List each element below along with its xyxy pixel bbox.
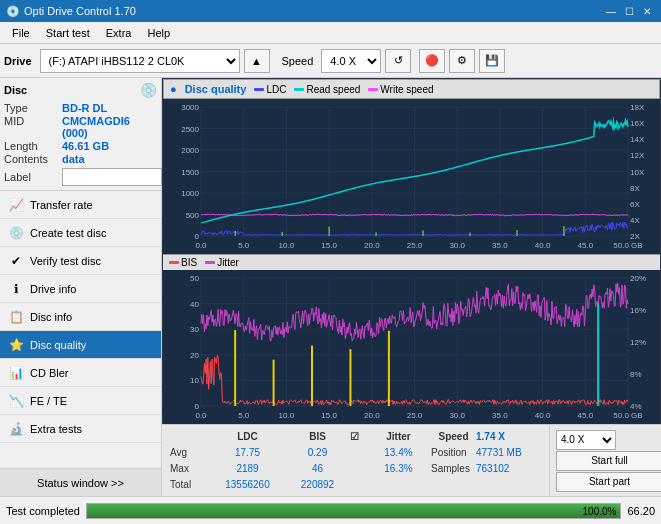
stats-total-row: Total 13556260 220892 xyxy=(170,479,541,490)
legend-bis: BIS xyxy=(169,257,197,268)
disc-panel-title: Disc xyxy=(4,84,27,96)
stats-col-empty xyxy=(170,431,210,442)
sidebar-item-disc-quality[interactable]: ⭐ Disc quality xyxy=(0,331,161,359)
stats-speed-select[interactable]: 4.0 X xyxy=(556,430,616,450)
speed-label: Speed xyxy=(282,55,314,67)
sidebar-item-label: Disc quality xyxy=(30,339,86,351)
menu-bar: File Start test Extra Help xyxy=(0,22,661,44)
create-test-disc-icon: 💿 xyxy=(8,225,24,241)
menu-file[interactable]: File xyxy=(4,25,38,41)
disc-type-row: Type BD-R DL xyxy=(4,102,157,114)
legend-read-speed-label: Read speed xyxy=(306,84,360,95)
legend-ldc: LDC xyxy=(254,84,286,95)
legend-jitter-dot xyxy=(205,261,215,264)
sidebar-item-label: Drive info xyxy=(30,283,76,295)
transfer-rate-icon: 📈 xyxy=(8,197,24,213)
progress-percent: 100.0% xyxy=(583,505,617,516)
charts-area: BIS Jitter xyxy=(163,99,660,424)
sidebar-item-create-test-disc[interactable]: 💿 Create test disc xyxy=(0,219,161,247)
chart2-canvas xyxy=(163,270,660,424)
chart1-canvas xyxy=(163,99,660,254)
sidebar-item-cd-bler[interactable]: 📊 CD Bler xyxy=(0,359,161,387)
disc-mid-value: CMCMAGDI6 (000) xyxy=(62,115,157,139)
progress-bar: 100.0% xyxy=(86,503,621,519)
status-text: Test completed xyxy=(6,505,80,517)
legend-bis-label: BIS xyxy=(181,257,197,268)
disc-label-row: Label ✎ xyxy=(4,168,157,186)
status-window-label: Status window >> xyxy=(37,477,124,489)
sidebar-item-label: Disc info xyxy=(30,311,72,323)
menu-help[interactable]: Help xyxy=(139,25,178,41)
stats-max-row: Max 2189 46 16.3% Samples 763102 xyxy=(170,463,541,474)
maximize-button[interactable]: ☐ xyxy=(621,3,637,19)
stats-col-speed-header: Speed xyxy=(431,431,476,442)
verify-test-disc-icon: ✔ xyxy=(8,253,24,269)
stats-col-speed-val: 1.74 X xyxy=(476,431,521,442)
disc-label-input[interactable] xyxy=(62,168,162,186)
disc-mid-label: MID xyxy=(4,115,62,139)
start-part-button[interactable]: Start part xyxy=(556,472,661,492)
stats-col-bis-header: BIS xyxy=(285,431,350,442)
legend-bis-dot xyxy=(169,261,179,264)
chart2-wrapper xyxy=(163,270,660,424)
stats-bar: LDC BIS ☑ Jitter Speed 1.74 X Avg 17.75 … xyxy=(162,424,661,496)
stats-col-checkbox: ☑ xyxy=(350,431,366,442)
disc-type-label: Type xyxy=(4,102,62,114)
sidebar-item-transfer-rate[interactable]: 📈 Transfer rate xyxy=(0,191,161,219)
close-button[interactable]: ✕ xyxy=(639,3,655,19)
legend-read-speed-dot xyxy=(294,88,304,91)
status-bar: Test completed 100.0% 66.20 xyxy=(0,496,661,524)
settings-button[interactable]: ⚙ xyxy=(449,49,475,73)
sidebar-item-verify-test-disc[interactable]: ✔ Verify test disc xyxy=(0,247,161,275)
sidebar-item-fe-te[interactable]: 📉 FE / TE xyxy=(0,387,161,415)
stats-avg-empty xyxy=(350,447,366,458)
legend-read-speed: Read speed xyxy=(294,84,360,95)
stats-max-jitter: 16.3% xyxy=(366,463,431,474)
speed-select[interactable]: 4.0 X xyxy=(321,49,381,73)
disc-length-row: Length 46.61 GB xyxy=(4,140,157,152)
save-button[interactable]: 💾 xyxy=(479,49,505,73)
disc-panel: Disc 💿 Type BD-R DL MID CMCMAGDI6 (000) … xyxy=(0,78,161,191)
fe-te-icon: 📉 xyxy=(8,393,24,409)
menu-extra[interactable]: Extra xyxy=(98,25,140,41)
sidebar-item-extra-tests[interactable]: 🔬 Extra tests xyxy=(0,415,161,443)
stats-avg-label: Avg xyxy=(170,447,210,458)
drive-select[interactable]: (F:) ATAPI iHBS112 2 CL0K xyxy=(40,49,240,73)
stats-header: LDC BIS ☑ Jitter Speed 1.74 X xyxy=(170,431,541,442)
sidebar: Disc 💿 Type BD-R DL MID CMCMAGDI6 (000) … xyxy=(0,78,162,496)
stats-col-jitter-header: Jitter xyxy=(366,431,431,442)
status-window-button[interactable]: Status window >> xyxy=(0,468,161,496)
cd-bler-icon: 📊 xyxy=(8,365,24,381)
quality-panel-header: ● Disc quality LDC Read speed Write spee… xyxy=(163,79,660,99)
disc-contents-row: Contents data xyxy=(4,153,157,165)
stats-col-ldc-header: LDC xyxy=(210,431,285,442)
sidebar-item-disc-info[interactable]: 📋 Disc info xyxy=(0,303,161,331)
stats-table: LDC BIS ☑ Jitter Speed 1.74 X Avg 17.75 … xyxy=(162,425,549,496)
disc-contents-value: data xyxy=(62,153,85,165)
eject-button[interactable]: ▲ xyxy=(244,49,270,73)
legend-write-speed: Write speed xyxy=(368,84,433,95)
sidebar-item-drive-info[interactable]: ℹ Drive info xyxy=(0,275,161,303)
legend-ldc-label: LDC xyxy=(266,84,286,95)
refresh-button[interactable]: ↺ xyxy=(385,49,411,73)
burn-button[interactable]: 🔴 xyxy=(419,49,445,73)
disc-contents-label: Contents xyxy=(4,153,62,165)
stats-avg-row: Avg 17.75 0.29 13.4% Position 47731 MB xyxy=(170,447,541,458)
start-full-button[interactable]: Start full xyxy=(556,451,661,471)
legend-write-speed-dot xyxy=(368,88,378,91)
minimize-button[interactable]: — xyxy=(603,3,619,19)
quality-panel-title: Disc quality xyxy=(185,83,247,95)
disc-length-label: Length xyxy=(4,140,62,152)
stats-max-empty xyxy=(350,463,366,474)
sidebar-item-label: FE / TE xyxy=(30,395,67,407)
title-bar-controls: — ☐ ✕ xyxy=(603,3,655,19)
sidebar-item-label: CD Bler xyxy=(30,367,69,379)
legend-jitter-label: Jitter xyxy=(217,257,239,268)
disc-mid-row: MID CMCMAGDI6 (000) xyxy=(4,115,157,139)
menu-start-test[interactable]: Start test xyxy=(38,25,98,41)
main-layout: Disc 💿 Type BD-R DL MID CMCMAGDI6 (000) … xyxy=(0,78,661,496)
title-bar: 💿 Opti Drive Control 1.70 — ☐ ✕ xyxy=(0,0,661,22)
nav-items: 📈 Transfer rate 💿 Create test disc ✔ Ver… xyxy=(0,191,161,468)
stats-total-label: Total xyxy=(170,479,210,490)
quality-panel-icon: ● xyxy=(170,83,177,95)
